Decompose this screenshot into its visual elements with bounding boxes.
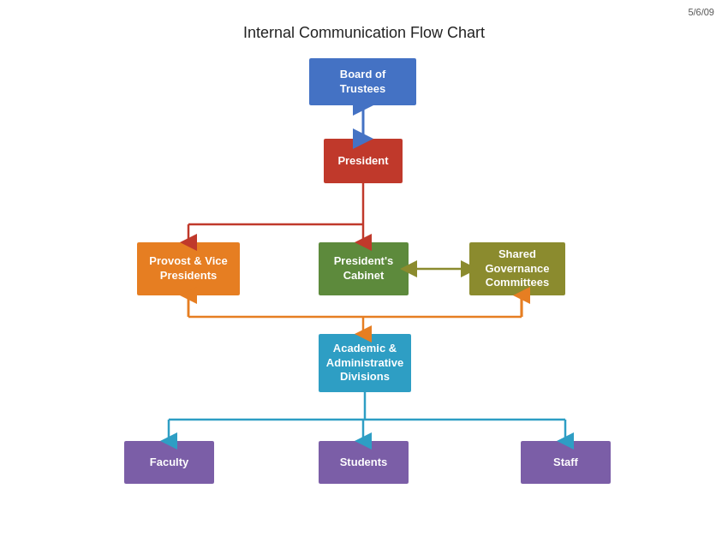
students-box: Students [319,441,409,484]
staff-box: Staff [521,441,611,484]
academic-box: Academic & Administrative Divisions [319,334,411,392]
chart-title: Internal Communication Flow Chart [0,24,728,42]
faculty-box: Faculty [124,441,214,484]
board-box: Board of Trustees [309,58,416,105]
shared-box: Shared Governance Committees [469,242,565,295]
date-label: 5/6/09 [688,7,714,17]
president-box: President [324,139,403,183]
provost-box: Provost & Vice Presidents [137,242,240,295]
cabinet-box: President's Cabinet [319,242,409,295]
